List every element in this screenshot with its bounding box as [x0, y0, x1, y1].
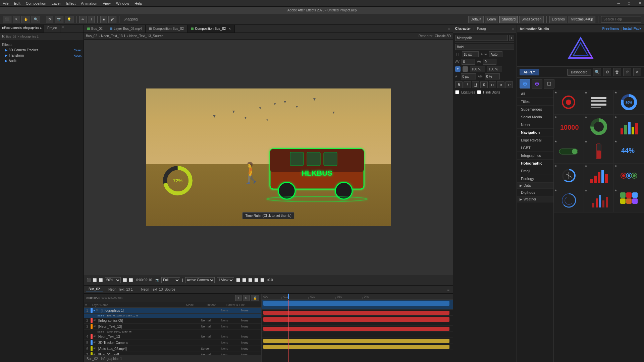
- username-btn[interactable]: nitrozme3440p: [569, 16, 595, 23]
- new-btn[interactable]: ⬛: [3, 16, 11, 23]
- layer-vis-5[interactable]: 👁: [93, 341, 96, 344]
- layer-row-4[interactable]: 4 👁 Neon_Text_13 Normal None None: [84, 334, 261, 340]
- font-family-input[interactable]: [455, 35, 508, 41]
- breadcrumb-2[interactable]: Neon_Text_13 1: [101, 34, 125, 38]
- workspace-learn[interactable]: Learn: [485, 16, 498, 23]
- hand-tool[interactable]: ✋: [21, 16, 30, 23]
- star-plugin-btn[interactable]: ☆: [623, 68, 631, 76]
- layer-row-2[interactable]: 2 👁 [Infographics 05] Normal None None: [84, 318, 261, 324]
- comp-tab-close[interactable]: ✕: [228, 27, 231, 31]
- allcaps-btn[interactable]: TT: [489, 81, 496, 88]
- window-close[interactable]: ✕: [638, 1, 641, 5]
- tracking-input[interactable]: [462, 59, 475, 65]
- project-tab[interactable]: Projec: [44, 25, 60, 33]
- font-weight-input[interactable]: [455, 44, 514, 50]
- h-scale-input[interactable]: [470, 66, 485, 72]
- cat-titles[interactable]: Titles: [517, 98, 553, 106]
- grid-cell-4-3[interactable]: ★: [614, 164, 644, 188]
- timeline-ruler[interactable]: 00s 01s 02s 03s 04s: [262, 294, 453, 300]
- grid-cell-1-2[interactable]: ★: [584, 90, 614, 114]
- folder-data[interactable]: ▶ Data: [517, 183, 553, 189]
- grid-cell-3-3[interactable]: ★ 44%: [614, 139, 644, 163]
- cat-logo[interactable]: Logo Reveal: [517, 136, 553, 144]
- search-input[interactable]: [601, 16, 641, 23]
- baseline-input[interactable]: [461, 73, 476, 79]
- light-tool[interactable]: 💡: [65, 16, 73, 23]
- menu-effect[interactable]: Effect: [66, 1, 75, 5]
- font-picker-btn[interactable]: T: [509, 35, 515, 41]
- grid-cell-5-3[interactable]: ★: [614, 188, 644, 212]
- menu-view[interactable]: View: [103, 1, 111, 5]
- view-select[interactable]: 1 View: [217, 277, 234, 283]
- comp-tabs-more[interactable]: ≡: [445, 27, 453, 31]
- pen-tool[interactable]: ✏: [79, 16, 87, 23]
- bold-btn[interactable]: B: [455, 81, 463, 88]
- layer-vis-4[interactable]: 👁: [93, 335, 96, 338]
- menu-animation[interactable]: Animation: [81, 1, 97, 5]
- workspace-standard[interactable]: Standard: [499, 16, 518, 23]
- 3d-tracker-expand[interactable]: ▶: [5, 48, 7, 52]
- grid-cell-1-1[interactable]: ★: [554, 90, 584, 114]
- grid-cell-5-1[interactable]: ★: [554, 188, 584, 212]
- font-size-input[interactable]: [462, 51, 479, 57]
- super-btn[interactable]: T²: [505, 81, 513, 88]
- char-panel-menu[interactable]: ≡: [512, 27, 514, 31]
- track-bar-3[interactable]: [263, 317, 449, 322]
- strikethrough-btn[interactable]: S: [480, 81, 488, 88]
- add-layer-btn[interactable]: +: [235, 295, 241, 301]
- plugin-tab-2[interactable]: [532, 79, 542, 88]
- comp-tab-comp1[interactable]: Composition Bus_02: [146, 25, 187, 33]
- panel-menu-btn[interactable]: ≡: [62, 25, 64, 33]
- apply-button[interactable]: APPLY: [520, 69, 539, 75]
- menu-composition[interactable]: Composition: [26, 1, 46, 5]
- grid-cell-1-3[interactable]: ★ 80%: [614, 90, 644, 114]
- dashboard-button[interactable]: Dashboard: [567, 69, 591, 76]
- audio-expand[interactable]: ▶: [5, 59, 7, 63]
- layer-solo-1[interactable]: ●: [93, 309, 95, 312]
- track-bar-2[interactable]: [263, 311, 449, 315]
- tl-tab-bus02[interactable]: Bus_02: [86, 287, 103, 292]
- free-items-link[interactable]: Free Items: [602, 27, 619, 31]
- layer-vis-3[interactable]: 👁: [93, 325, 96, 328]
- grid-cell-4-2[interactable]: ★: [584, 164, 614, 188]
- text-tool[interactable]: T: [88, 16, 95, 23]
- para-tab[interactable]: Parag: [477, 27, 486, 31]
- cat-superheroes[interactable]: Superheroes: [517, 106, 553, 113]
- workspace-small[interactable]: Small Screen: [519, 16, 544, 23]
- menu-layer[interactable]: Layer: [52, 1, 61, 5]
- breadcrumb-1[interactable]: Bus_02: [86, 34, 97, 38]
- plugin-tab-3[interactable]: [544, 79, 554, 88]
- layer-row-6[interactable]: 6 👁 [Auto-t...s_02.mp4] Screen None None: [84, 346, 261, 352]
- grid-cell-3-2[interactable]: ★: [584, 139, 614, 163]
- workspace-default[interactable]: Default: [468, 16, 484, 23]
- plugin-tab-1[interactable]: [520, 79, 530, 88]
- ligatures-check[interactable]: [455, 90, 459, 94]
- layer-row-3[interactable]: 3 👁 [Neon_Text_13] Normal None None: [84, 324, 261, 330]
- transform-reset[interactable]: Reset: [73, 54, 82, 57]
- underline-btn[interactable]: U: [472, 81, 479, 88]
- install-pack-link[interactable]: Install Pack: [623, 27, 641, 31]
- comp-tab-layer[interactable]: Layer Bus_02.mp4: [106, 25, 146, 33]
- smallcaps-btn[interactable]: Tt: [497, 81, 504, 88]
- menu-file[interactable]: File: [3, 1, 9, 5]
- 3d-tracker-reset[interactable]: Reset: [73, 49, 82, 52]
- grid-cell-4-1[interactable]: ★: [554, 164, 584, 188]
- stroke-swatch[interactable]: [463, 66, 468, 72]
- grid-cell-3-1[interactable]: ★: [554, 139, 584, 163]
- cat-ecology[interactable]: Ecology: [517, 175, 553, 183]
- cat-emoji[interactable]: Emoji: [517, 167, 553, 175]
- search-plugin-btn[interactable]: 🔍: [593, 68, 601, 76]
- track-bar-4[interactable]: [263, 327, 449, 331]
- grid-cell-5-2[interactable]: ★: [584, 188, 614, 212]
- effect-controls-tab[interactable]: Effect Controls Infographics 1: [0, 25, 44, 33]
- comp-tab-bus02-1[interactable]: Bus_02: [84, 25, 106, 33]
- menu-window[interactable]: Window: [116, 1, 129, 5]
- select-tool[interactable]: ↖: [13, 16, 20, 23]
- camera-select[interactable]: Active Camera: [185, 277, 215, 283]
- layer-vis-6[interactable]: 👁: [93, 347, 96, 350]
- breadcrumb-3[interactable]: Neon_Text_13_Source: [129, 34, 163, 38]
- layer-row-7[interactable]: 7 👁 [Bus_02.mp4] Normal None None: [84, 352, 261, 355]
- transform-expand[interactable]: ▶: [5, 53, 7, 58]
- layer-lock-btn[interactable]: 🔒: [251, 295, 259, 301]
- tl-menu[interactable]: ≡: [446, 288, 451, 292]
